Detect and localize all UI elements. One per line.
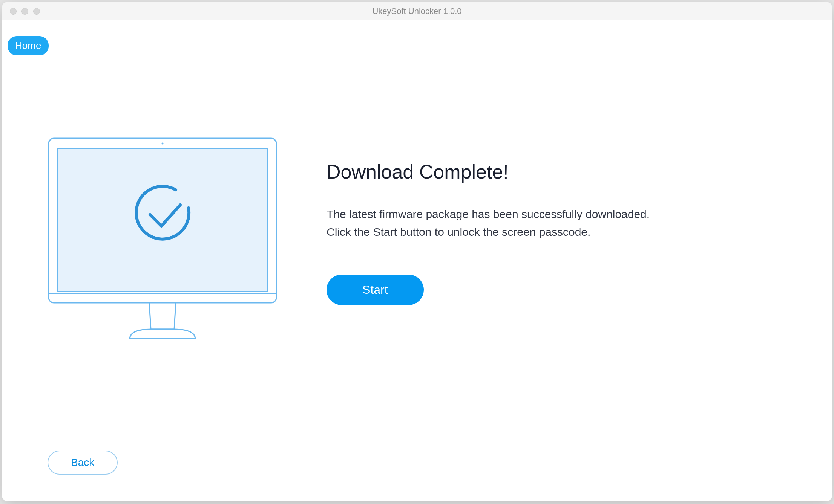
home-button[interactable]: Home	[8, 36, 49, 55]
traffic-lights	[2, 8, 40, 15]
description-line-1: The latest firmware package has been suc…	[327, 208, 650, 220]
description-text: The latest firmware package has been suc…	[327, 206, 832, 241]
start-button[interactable]: Start	[327, 275, 424, 305]
maximize-window-button[interactable]	[33, 8, 40, 15]
svg-point-1	[162, 143, 164, 145]
app-window: UkeySoft Unlocker 1.0.0 Home	[2, 2, 832, 501]
svg-rect-2	[57, 148, 268, 292]
minimize-window-button[interactable]	[21, 8, 28, 15]
main-layout: Download Complete! The latest firmware p…	[2, 20, 832, 348]
description-line-2: Click the Start button to unlock the scr…	[327, 226, 590, 238]
back-button[interactable]: Back	[48, 451, 118, 475]
text-content: Download Complete! The latest firmware p…	[327, 137, 832, 348]
monitor-success-illustration	[48, 137, 277, 348]
page-heading: Download Complete!	[327, 160, 832, 183]
titlebar: UkeySoft Unlocker 1.0.0	[2, 2, 832, 20]
content-area: Home	[2, 20, 832, 501]
window-title: UkeySoft Unlocker 1.0.0	[372, 6, 461, 16]
close-window-button[interactable]	[10, 8, 17, 15]
